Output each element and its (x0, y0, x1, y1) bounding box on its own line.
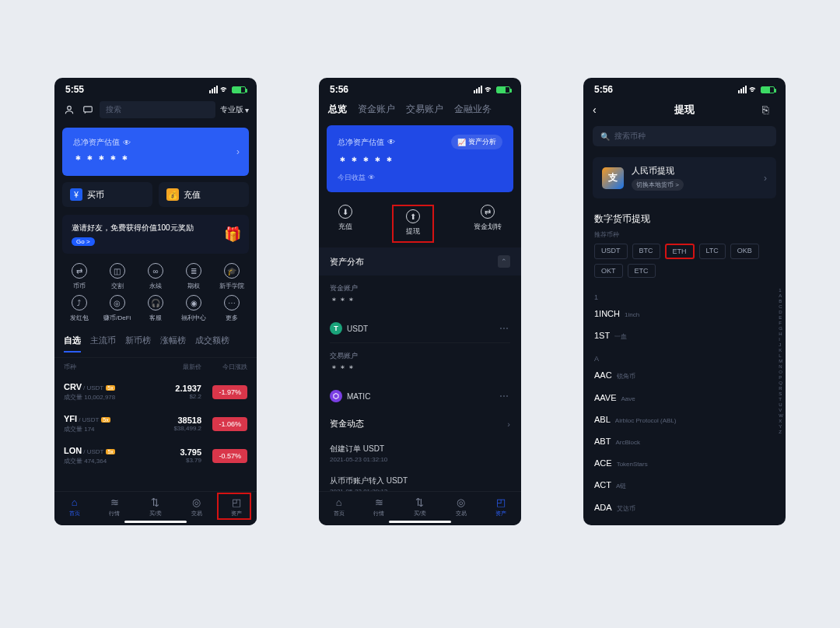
nav-item[interactable]: ◎交易 (456, 496, 467, 517)
index-letter[interactable]: C (779, 304, 783, 309)
coin-list-item[interactable]: ABLAirbloc Protocol (ABL) (583, 409, 786, 430)
index-letter[interactable]: P (779, 375, 783, 380)
coin-chip-usdt[interactable]: USDT (594, 244, 628, 259)
index-letter[interactable]: 1 (779, 288, 783, 293)
coin-chip-okt[interactable]: OKT (594, 264, 623, 278)
net-asset-card[interactable]: 总净资产估值👁 ＊＊＊＊＊ › (62, 128, 249, 176)
index-letter[interactable]: T (779, 397, 783, 402)
more-icon[interactable]: ⋯ (499, 323, 510, 334)
back-button[interactable]: ‹ (593, 103, 607, 116)
fund-dynamics-header[interactable]: 资金动态 › (319, 410, 521, 437)
eye-icon[interactable]: 👁 (387, 138, 395, 146)
feature-item[interactable]: 🎓新手学院 (215, 263, 249, 290)
nav-item[interactable]: ⇅买/卖 (414, 496, 426, 517)
feature-item[interactable]: ⇄币币 (62, 263, 96, 290)
switch-currency-button[interactable]: 切换本地货币 > (632, 179, 684, 191)
market-tab[interactable]: 新币榜 (125, 335, 151, 353)
index-letter[interactable]: X (779, 419, 783, 423)
feature-item[interactable]: ◎赚币/DeFi (100, 295, 134, 322)
index-letter[interactable]: D (779, 310, 783, 314)
index-letter[interactable]: V (779, 408, 783, 412)
coin-list-item[interactable]: 1INCH1inch (583, 303, 786, 325)
feature-item[interactable]: 🎧客服 (138, 295, 172, 322)
account-tab[interactable]: 金融业务 (454, 103, 492, 116)
fund-account-group[interactable]: 资金账户 ＊＊＊ (319, 275, 521, 314)
coin-list-item[interactable]: ACTA链 (583, 474, 786, 496)
coin-list-item[interactable]: ACETokenStars (583, 452, 786, 474)
message-icon[interactable] (81, 103, 95, 117)
index-letter[interactable]: F (779, 321, 783, 325)
search-input[interactable]: 搜索 (100, 101, 215, 118)
index-letter[interactable]: U (779, 402, 783, 407)
go-button[interactable]: Go > (72, 237, 95, 246)
account-icon[interactable] (62, 103, 76, 117)
eye-icon[interactable]: 👁 (368, 174, 375, 181)
nav-item[interactable]: ≋行情 (109, 496, 120, 517)
index-letter[interactable]: G (779, 326, 783, 331)
invite-banner[interactable]: 邀请好友，免费获得价值100元奖励 Go > 🎁 (62, 215, 249, 254)
asset-row-matic[interactable]: ⬡MATIC ⋯ (319, 382, 521, 410)
nav-item[interactable]: ◎交易 (191, 496, 202, 517)
alpha-index[interactable]: 1ABCDEFGHIJKLMNOPQRSTUVWXYZ (779, 288, 783, 434)
index-letter[interactable]: O (779, 370, 783, 374)
coin-chip-eth[interactable]: ETH (665, 244, 695, 259)
dynamic-item[interactable]: 创建订单 USDT2021-05-23 01:32:10 (319, 437, 521, 469)
withdraw-button[interactable]: ⬆提现 (392, 205, 434, 243)
nav-item[interactable]: ⇅买/卖 (149, 496, 162, 517)
nav-item[interactable]: ⌂首页 (334, 496, 345, 517)
coin-list-item[interactable]: AAVEAave (583, 387, 786, 409)
index-letter[interactable]: N (779, 364, 783, 369)
asset-distribution-header[interactable]: 资产分布 ⌃ (319, 247, 521, 275)
market-row[interactable]: CRV/ USDT5x成交量 10,002,978 2.1937$2.2 -1.… (54, 376, 257, 408)
coin-list-item[interactable]: 1ST一血 (583, 325, 786, 347)
index-letter[interactable]: Y (779, 424, 783, 429)
coin-list-item[interactable]: ABTArcBlock (583, 430, 786, 452)
feature-item[interactable]: ⤴发红包 (62, 295, 96, 322)
coin-chip-btc[interactable]: BTC (632, 244, 660, 259)
rmb-withdraw-card[interactable]: 支 人民币提现 切换本地货币 > › (593, 157, 776, 198)
index-letter[interactable]: M (779, 359, 783, 363)
trade-account-group[interactable]: 交易账户 ＊＊＊ (319, 343, 521, 382)
index-letter[interactable]: E (779, 315, 783, 320)
account-tab[interactable]: 交易账户 (406, 103, 443, 116)
coin-chip-okb[interactable]: OKB (730, 244, 759, 259)
market-tab[interactable]: 成交额榜 (195, 335, 229, 353)
market-row[interactable]: LON/ USDT5x成交量 474,364 3.795$3.79 -0.57% (54, 440, 257, 472)
nav-item[interactable]: ⌂首页 (69, 496, 80, 517)
coin-search-input[interactable]: 🔍 搜索币种 (593, 126, 776, 146)
index-letter[interactable]: S (779, 391, 783, 396)
coin-list-item[interactable]: AAC锐角币 (583, 364, 786, 387)
mode-toggle[interactable]: 专业版▾ (220, 104, 249, 115)
index-letter[interactable]: J (779, 342, 783, 347)
index-letter[interactable]: H (779, 332, 783, 336)
coin-chip-ltc[interactable]: LTC (699, 244, 726, 259)
index-letter[interactable]: Z (779, 430, 783, 434)
fund-action-button[interactable]: ⬇充值 (338, 205, 352, 243)
coin-chip-etc[interactable]: ETC (628, 264, 656, 278)
coin-list-item[interactable]: ADA艾达币 (583, 496, 786, 519)
index-letter[interactable]: Q (779, 381, 783, 385)
index-letter[interactable]: A (779, 293, 783, 298)
market-tab[interactable]: 自选 (64, 335, 81, 353)
index-letter[interactable]: W (779, 413, 783, 418)
feature-item[interactable]: ∞永续 (138, 263, 172, 290)
asset-analysis-button[interactable]: 📈资产分析 (451, 135, 502, 149)
index-letter[interactable]: B (779, 299, 783, 303)
more-icon[interactable]: ⋯ (499, 391, 510, 402)
eye-icon[interactable]: 👁 (123, 139, 131, 147)
fund-action-button[interactable]: ⇄资金划转 (474, 205, 502, 243)
market-row[interactable]: YFI/ USDT5x成交量 174 38518$38,499.2 -1.06% (54, 408, 257, 440)
feature-item[interactable]: ⋯更多 (215, 295, 249, 322)
nav-item[interactable]: ≋行情 (373, 496, 384, 517)
market-tab[interactable]: 主流币 (90, 335, 116, 353)
feature-item[interactable]: ◉福利中心 (177, 295, 211, 322)
market-tab[interactable]: 涨幅榜 (160, 335, 186, 353)
history-icon[interactable]: ⎘ (762, 103, 776, 116)
asset-row-usdt[interactable]: TUSDT ⋯ (319, 314, 521, 342)
nav-item[interactable]: ◰资产 (495, 496, 506, 517)
buy-coin-button[interactable]: ¥买币 (62, 182, 152, 207)
index-letter[interactable]: L (779, 353, 783, 358)
account-tab[interactable]: 资金账户 (358, 103, 395, 116)
deposit-button[interactable]: 💰充值 (159, 182, 249, 207)
collapse-icon[interactable]: ⌃ (498, 255, 510, 268)
